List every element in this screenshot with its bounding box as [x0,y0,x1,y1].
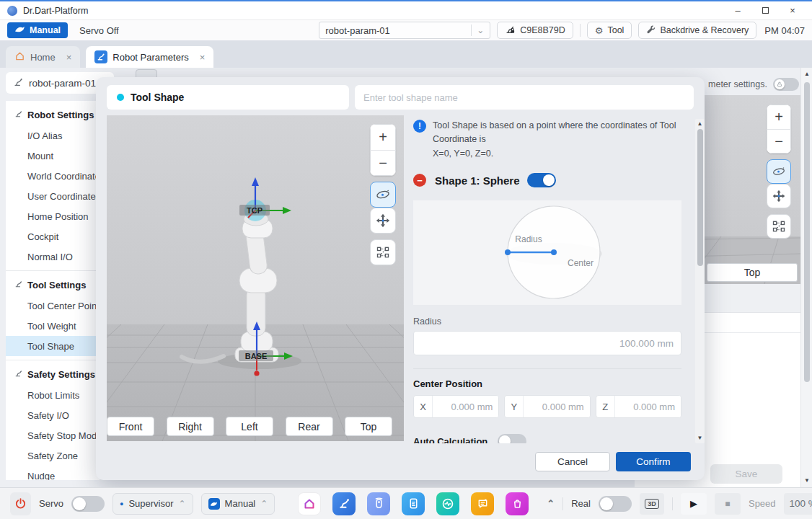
scroll-down-icon[interactable]: ▼ [801,477,812,484]
background-view-top-button[interactable]: Top [707,263,798,282]
speed-value[interactable]: 100 % [784,493,812,515]
sidebar-item-tool-shape[interactable]: Tool Shape [6,336,100,356]
app-task-editor-icon[interactable] [471,492,494,515]
app-store-icon[interactable] [506,492,529,515]
robot-icon [14,280,23,290]
sidebar-item-tool-center-point[interactable]: Tool Center Point [6,296,100,316]
close-button[interactable]: × [780,3,805,19]
radius-input[interactable] [413,331,681,355]
app-cockpit-icon[interactable] [367,492,390,515]
pan-tool-button[interactable] [370,208,396,234]
minimize-button[interactable]: – [725,3,750,19]
dock-collapse-icon[interactable]: ⌃ [547,498,555,509]
bottombar-right: Real 3D ▶ ■ Speed 100 % [562,493,812,515]
sidebar-item-world-coordinates[interactable]: World Coordinates [6,166,100,186]
simulation-3d-button[interactable]: 3D [640,493,664,515]
app-logo-icon [7,6,17,16]
center-position-fields: X Y Z [413,395,681,418]
real-mode-toggle[interactable] [599,496,632,512]
panel-scrollbar[interactable]: ▲ ▼ [695,119,705,443]
sidebar-item-mount[interactable]: Mount [6,146,100,166]
scrollbar-thumb[interactable] [697,129,703,266]
orbit-tool-button[interactable] [370,182,396,208]
shape-enabled-toggle[interactable] [527,173,556,187]
confirm-button[interactable]: Confirm [616,452,691,471]
tab-home[interactable]: Home × [6,46,80,68]
device-id-button[interactable]: C9E8B79D [497,22,573,39]
play-button[interactable]: ▶ [681,493,707,515]
scroll-down-icon[interactable]: ▼ [695,435,705,442]
section-title: Robot Settings [27,110,94,120]
dialog-3d-viewport[interactable]: TCP BASE + − [107,115,404,441]
axis-z-label: Z [596,396,615,417]
power-button[interactable] [10,492,31,515]
servo-toggle[interactable] [71,496,105,512]
toolbar: Manual Servo Off robot-param-01 ⌄ C9E8B7… [0,20,812,40]
sidebar-item-safety-zone[interactable]: Safety Zone [6,445,100,466]
sidebar-item-tool-weight[interactable]: Tool Weight [6,316,100,336]
settings-lock-toggle[interactable] [773,78,799,91]
manual-mode-button[interactable]: Manual [7,22,68,38]
tab-robot-parameters[interactable]: Robot Parameters × [86,46,213,68]
pan-tool-button[interactable] [767,184,791,208]
view-rear-button[interactable]: Rear [286,417,333,436]
center-y-input[interactable] [524,396,589,417]
sidebar-item-safety-io[interactable]: Safety I/O [6,405,100,425]
close-tab-icon[interactable]: × [200,52,206,63]
role-dropdown[interactable]: ● Supervisor ⌃ [112,493,193,515]
app-robot-settings-icon[interactable] [332,492,356,515]
auto-calculation-toggle[interactable] [498,434,526,443]
app-home-icon[interactable] [298,492,321,515]
viewport-controls: + − [370,124,396,265]
view-top-button[interactable]: Top [345,417,392,436]
view-left-button[interactable]: Left [226,417,273,436]
cancel-button[interactable]: Cancel [535,452,610,471]
robot-param-dropdown[interactable]: robot-param-01 ⌄ [319,22,490,39]
tool-button[interactable]: ⚙ Tool [587,22,632,39]
view-front-button[interactable]: Front [107,417,154,436]
stop-button[interactable]: ■ [715,493,741,515]
mode-dropdown[interactable]: Manual ⌃ [201,493,275,515]
sphere-diagram: Radius Center [413,200,681,305]
sidebar-item-nudge[interactable]: Nudge [6,466,100,480]
backdrive-button-label: Backdrive & Recovery [660,25,749,35]
lock-icon [775,79,785,89]
app-task-writer-icon[interactable] [402,492,425,515]
scroll-up-icon[interactable]: ▲ [695,120,705,128]
chevron-down-icon: ⌄ [477,26,484,35]
close-tab-icon[interactable]: × [66,52,72,63]
tool-shape-name-input[interactable] [355,85,694,110]
robot-param-dropdown-value: robot-param-01 [325,25,390,36]
sidebar-item-cockpit[interactable]: Cockpit [6,226,100,247]
center-z-input[interactable] [615,396,681,417]
app-monitoring-icon[interactable] [436,492,459,515]
scroll-up-icon[interactable]: ▲ [801,71,812,78]
zoom-in-button[interactable]: + [767,105,791,129]
toggle-knob [73,497,86,510]
sidebar-section-robot-settings: Robot Settings I/O Alias Mount World Coo… [6,101,100,267]
save-button[interactable]: Save [710,464,782,484]
page-scrollbar[interactable]: ▲ ▼ [800,68,812,487]
orbit-tool-button[interactable] [767,159,791,184]
sidebar-item-robot-limits[interactable]: Robot Limits [6,385,100,405]
sidebar-item-user-coordinates[interactable]: User Coordinates [6,186,100,206]
measure-tool-button[interactable] [767,214,791,239]
sidebar-item-safety-stop-modes[interactable]: Safety Stop Modes [6,425,100,445]
zoom-out-button[interactable]: − [767,129,791,154]
backdrive-recovery-button[interactable]: Backdrive & Recovery [638,22,756,39]
toolbar-right: robot-param-01 ⌄ C9E8B79D ⚙ Tool Backdri… [319,22,805,39]
sidebar-item-io-alias[interactable]: I/O Alias [6,125,100,146]
sidebar-item-normal-io[interactable]: Normal I/O [6,247,100,267]
robot-icon [14,110,23,120]
manual-mode-icon [208,498,220,510]
scrollbar-thumb[interactable] [804,82,810,382]
sidebar-item-home-position[interactable]: Home Position [6,206,100,226]
maximize-button[interactable] [753,3,777,19]
zoom-in-button[interactable]: + [370,124,396,150]
zoom-out-button[interactable]: − [370,150,396,176]
view-right-button[interactable]: Right [167,417,214,436]
measure-tool-button[interactable] [370,239,396,265]
axis-y-label: Y [505,396,524,417]
remove-shape-icon[interactable]: − [413,174,426,187]
center-x-input[interactable] [433,396,498,417]
